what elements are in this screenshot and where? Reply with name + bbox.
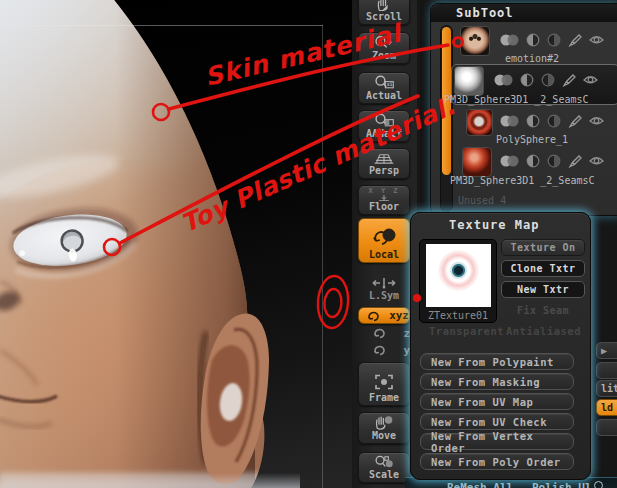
subtool-thumbnail[interactable]: [462, 147, 492, 177]
antialiased-toggle[interactable]: Antialiased: [506, 325, 581, 337]
contrast-left-icon[interactable]: [526, 114, 540, 128]
document-border-right: [322, 25, 323, 488]
new-from-vertex-order-button[interactable]: New From Vertex Order: [420, 433, 574, 450]
subtool-thumbnail[interactable]: [466, 109, 493, 136]
texture-thumbnail-well[interactable]: ZTexture01: [419, 239, 497, 323]
subtool-titlebar[interactable]: SubTool: [431, 4, 617, 22]
actual-button[interactable]: x1 Actual: [358, 72, 410, 104]
subtool-row-sphere-selected[interactable]: PM3D_Sphere3D1 _2_SeamsC: [451, 64, 617, 105]
texture-preview-image[interactable]: [426, 244, 491, 307]
magnifier-zoom-icon: [372, 35, 396, 50]
new-from-polypaint-button[interactable]: New From Polypaint: [420, 353, 574, 370]
cut-blank-button[interactable]: [596, 362, 617, 379]
underlying-panel-cut: ▶ lit ld: [594, 220, 617, 480]
texture-on-button[interactable]: Texture On: [501, 239, 585, 256]
viewport-canvas[interactable]: [0, 0, 352, 488]
polypaint-blend-icon[interactable]: [500, 154, 519, 168]
contrast-right-icon[interactable]: [547, 154, 561, 168]
polish-button[interactable]: Polish Ul: [532, 481, 592, 488]
transparent-toggle[interactable]: Transparent: [429, 325, 504, 337]
lsym-button[interactable]: L.Sym: [358, 272, 410, 303]
perspective-grid-icon: [372, 151, 396, 165]
contrast-left-icon[interactable]: [526, 154, 540, 168]
canvas-toolbar: Scroll Zoom x1 Actual: [352, 0, 417, 488]
hand-scroll-icon: [373, 0, 395, 11]
visibility-eye-icon[interactable]: [589, 114, 604, 128]
subtool-thumbnail[interactable]: [460, 26, 490, 56]
subtool-item-label: PM3D_Sphere3D1 _2_SeamsC: [450, 175, 595, 186]
local-label: Local: [369, 249, 399, 260]
persp-button[interactable]: Persp: [358, 148, 410, 179]
polish-mode-toggle[interactable]: [594, 481, 603, 488]
contrast-right-icon[interactable]: [547, 33, 561, 47]
floor-axes-label: X Y Z: [368, 188, 399, 195]
texture-map-panel: Texture Map ZTexture01 Texture On Clone …: [410, 212, 591, 480]
weld-button-cut[interactable]: ld: [596, 399, 617, 416]
document-border-top: [0, 25, 323, 26]
zoom-button[interactable]: Zoom: [358, 32, 410, 64]
rotate-arrow-icon: [373, 344, 386, 356]
rotate-xyz-label: xyz: [389, 310, 409, 321]
local-button[interactable]: Local: [358, 218, 410, 263]
persp-label: Persp: [369, 165, 399, 176]
rotate-y-label: y: [403, 345, 410, 356]
magnifier-x1-icon: x1: [372, 75, 396, 90]
scroll-button[interactable]: Scroll: [358, 0, 410, 25]
split-button-cut[interactable]: lit: [596, 380, 617, 397]
remesh-all-button[interactable]: ReMesh All: [447, 481, 513, 488]
frame-corners-icon: [372, 372, 396, 392]
move-button[interactable]: Move: [358, 412, 410, 444]
scale-label: Scale: [369, 469, 399, 480]
new-from-masking-button[interactable]: New From Masking: [420, 373, 574, 390]
new-texture-button[interactable]: New Txtr: [501, 281, 585, 298]
subtool-thumbnail[interactable]: [454, 66, 484, 96]
subtool-row-sphere2[interactable]: PM3D_Sphere3D1 _2_SeamsC: [458, 146, 617, 186]
aahalf-label: AAHalf: [366, 128, 402, 139]
rotate-xyz-button[interactable]: xyz: [358, 307, 410, 324]
subtool-row-polysphere1[interactable]: PolySphere_1: [458, 108, 617, 144]
scroll-label: Scroll: [366, 11, 402, 22]
cut-arrow-button[interactable]: ▶: [596, 342, 617, 359]
subtool-row-unused[interactable]: Unused 4: [458, 192, 617, 212]
polypaint-brush-icon[interactable]: [562, 73, 576, 87]
new-from-uv-map-button[interactable]: New From UV Map: [420, 393, 574, 410]
polypaint-brush-icon[interactable]: [568, 114, 582, 128]
polypaint-blend-icon[interactable]: [500, 33, 519, 47]
subtool-row-emotion2[interactable]: emotion#2: [458, 25, 617, 64]
sculpt-head-model: [0, 0, 352, 488]
polypaint-blend-icon[interactable]: [494, 73, 513, 87]
actual-label: Actual: [366, 90, 402, 101]
cut-blank-button2[interactable]: [596, 419, 617, 436]
frame-button[interactable]: Frame: [358, 362, 410, 406]
aahalf-button[interactable]: AAHalf: [358, 110, 410, 142]
new-from-poly-order-button[interactable]: New From Poly Order: [420, 453, 574, 470]
rotate-arrow-icon: [367, 310, 380, 322]
visibility-eye-icon[interactable]: [589, 33, 604, 47]
rotate-z-button[interactable]: z: [358, 325, 410, 341]
subtool-item-label: emotion#2: [458, 53, 606, 64]
move-hand-icon: [372, 415, 396, 430]
clone-texture-button[interactable]: Clone Txtr: [501, 260, 585, 277]
subtool-item-label: PM3D_Sphere3D1 _2_SeamsC: [444, 94, 589, 105]
floor-button[interactable]: X Y Z Floor: [358, 185, 410, 215]
visibility-eye-icon[interactable]: [583, 73, 598, 87]
rotate-z-label: z: [403, 328, 410, 339]
contrast-right-icon[interactable]: [547, 114, 561, 128]
subtool-title: SubTool: [431, 6, 514, 20]
canvas-floor-fog: [0, 473, 300, 488]
move-label: Move: [372, 430, 396, 441]
lsym-label: L.Sym: [369, 290, 399, 301]
contrast-left-icon[interactable]: [520, 73, 534, 87]
polypaint-blend-icon[interactable]: [500, 114, 519, 128]
rotate-y-button[interactable]: y: [358, 342, 410, 358]
new-from-uv-check-button[interactable]: New From UV Check: [420, 413, 574, 430]
contrast-left-icon[interactable]: [526, 33, 540, 47]
scale-button[interactable]: Scale: [358, 452, 410, 483]
contrast-right-icon[interactable]: [541, 73, 555, 87]
fix-seam-button[interactable]: Fix Seam: [501, 302, 585, 319]
polypaint-brush-icon[interactable]: [568, 33, 582, 47]
svg-text:x1: x1: [387, 81, 393, 87]
visibility-eye-icon[interactable]: [589, 154, 604, 168]
polypaint-brush-icon[interactable]: [568, 154, 582, 168]
zoom-label: Zoom: [372, 50, 396, 61]
